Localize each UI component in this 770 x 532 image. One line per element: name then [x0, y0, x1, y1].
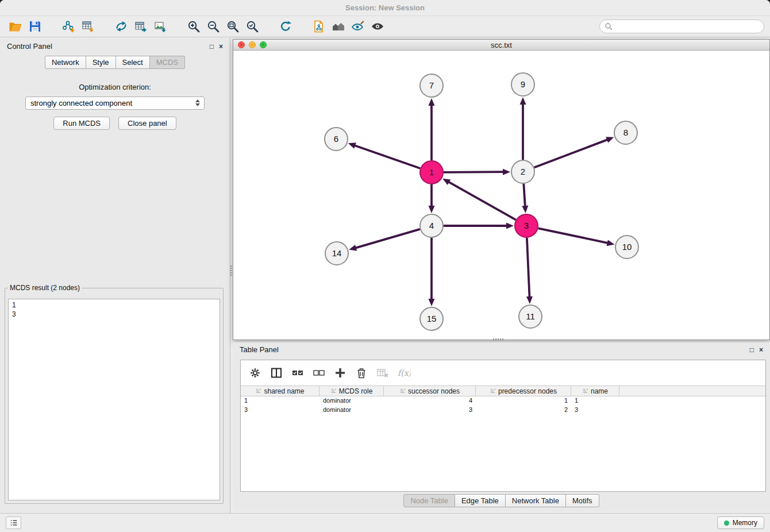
node-4[interactable]: 4 [420, 214, 443, 237]
close-panel-button[interactable]: Close panel [118, 117, 176, 130]
window-zoom-button[interactable]: + [260, 41, 267, 48]
network-window: × − + scc.txt 7968124314101511 [233, 39, 770, 340]
delete-column-button[interactable] [353, 364, 370, 381]
column-settings-button[interactable] [247, 364, 264, 381]
table-cell[interactable]: 3 [571, 406, 619, 415]
edge-3-10[interactable] [538, 228, 609, 243]
memory-button[interactable]: Memory [717, 516, 764, 529]
node-15[interactable]: 15 [420, 307, 443, 330]
node-11[interactable]: 11 [519, 305, 542, 328]
create-column-button[interactable] [332, 364, 349, 381]
tab-network[interactable]: Network [45, 56, 86, 69]
export-network-button[interactable] [111, 18, 131, 35]
edge-3-11[interactable] [527, 238, 530, 298]
tab-select[interactable]: Select [116, 56, 150, 69]
criterion-dropdown[interactable]: strongly connected component [25, 97, 205, 110]
import-table-icon [81, 20, 95, 33]
tab-motifs[interactable]: Motifs [566, 494, 599, 507]
node-10[interactable]: 10 [615, 236, 638, 259]
table-cell[interactable]: 1 [571, 396, 619, 406]
export-image-button[interactable] [151, 18, 170, 35]
tab-network-table[interactable]: Network Table [506, 494, 566, 507]
table-panel-title: Table Panel [240, 345, 279, 354]
tab-style[interactable]: Style [86, 56, 116, 69]
node-9[interactable]: 9 [511, 73, 534, 96]
edge-arrowhead-icon [522, 206, 528, 213]
select-all-columns-button[interactable] [289, 364, 306, 381]
table-cell[interactable]: 2 [476, 406, 571, 415]
import-network-button[interactable] [59, 18, 78, 35]
tab-node-table[interactable]: Node Table [403, 494, 455, 507]
network-file-button[interactable] [309, 18, 329, 35]
column-header-name[interactable]: name [571, 386, 619, 396]
node-7[interactable]: 7 [420, 74, 443, 97]
show-hide-button[interactable] [368, 18, 387, 35]
save-icon [28, 20, 42, 33]
close-table-panel-icon[interactable]: × [759, 346, 763, 354]
deselect-all-icon [312, 366, 326, 380]
run-mcds-button[interactable]: Run MCDS [53, 117, 110, 130]
toggle-columns-button[interactable] [268, 364, 285, 381]
unselect-all-columns-button[interactable] [310, 364, 328, 381]
neighbors-button[interactable] [329, 18, 348, 35]
column-header-successor-nodes[interactable]: successor nodes [384, 386, 476, 396]
result-line: 1 [12, 300, 216, 310]
apply-layout-button[interactable] [276, 18, 295, 35]
table-cell[interactable]: 4 [384, 396, 476, 406]
column-header-shared-name[interactable]: shared name [241, 386, 319, 396]
window-close-button[interactable]: × [238, 41, 245, 48]
table-cell[interactable]: 1 [476, 396, 571, 406]
table-cell[interactable]: 1 [241, 396, 319, 406]
column-header-mcds-role[interactable]: MCDS role [319, 386, 384, 396]
vertical-splitter-handle[interactable] [230, 265, 232, 276]
task-history-button[interactable] [6, 516, 21, 529]
zoom-selected-button[interactable] [242, 18, 262, 35]
svg-text:1: 1 [429, 167, 434, 177]
folder-open-icon [9, 20, 22, 33]
node-14[interactable]: 14 [325, 242, 348, 265]
export-table-button[interactable] [131, 18, 151, 35]
svg-text:8: 8 [623, 128, 628, 137]
network-canvas[interactable]: 7968124314101511 [233, 51, 769, 340]
mcds-result-text[interactable]: 13 [8, 299, 220, 500]
node-6[interactable]: 6 [325, 128, 348, 151]
edge-2-8[interactable] [534, 139, 609, 167]
table-cell[interactable]: dominator [319, 406, 384, 415]
trash-icon [355, 366, 368, 380]
float-table-panel-icon[interactable]: □ [750, 346, 754, 354]
save-session-button[interactable] [25, 18, 45, 35]
tab-mcds[interactable]: MCDS [150, 56, 185, 69]
import-table-button[interactable] [78, 18, 98, 35]
function-builder-button: f(x) [395, 364, 413, 381]
import-network-icon [61, 20, 75, 33]
zoom-fit-button[interactable] [223, 18, 242, 35]
table-cell[interactable]: dominator [319, 396, 384, 406]
node-8[interactable]: 8 [614, 121, 637, 144]
zoom-out-button[interactable] [203, 18, 223, 35]
search-input[interactable] [615, 22, 747, 30]
edge-2-3[interactable] [523, 184, 525, 207]
node-3[interactable]: 3 [515, 214, 538, 237]
node-2[interactable]: 2 [511, 160, 534, 183]
style-paint-button[interactable] [348, 18, 368, 35]
table-cell[interactable]: 3 [384, 406, 476, 415]
table-row[interactable]: 1dominator411 [241, 396, 765, 406]
zoom-in-button[interactable] [184, 18, 203, 35]
edge-1-2[interactable] [444, 172, 505, 172]
mcds-result-title: MCDS result (2 nodes) [8, 284, 82, 292]
horizontal-splitter-handle[interactable] [493, 338, 503, 341]
close-panel-icon[interactable]: × [219, 43, 223, 51]
window-minimize-button[interactable]: − [249, 41, 256, 48]
float-panel-icon[interactable]: □ [210, 43, 214, 51]
zoom-in-icon [187, 20, 201, 33]
open-session-button[interactable] [6, 18, 25, 35]
edge-4-14[interactable] [355, 229, 420, 248]
edge-1-6[interactable] [353, 145, 420, 169]
edge-3-1[interactable] [448, 182, 516, 220]
column-header-predecessor-nodes[interactable]: predecessor nodes [476, 386, 571, 396]
tab-edge-table[interactable]: Edge Table [455, 494, 506, 507]
table-cell[interactable]: 3 [241, 406, 319, 415]
table-row[interactable]: 3dominator323 [241, 406, 765, 415]
control-panel-title: Control Panel [7, 42, 52, 51]
node-1[interactable]: 1 [420, 161, 443, 184]
